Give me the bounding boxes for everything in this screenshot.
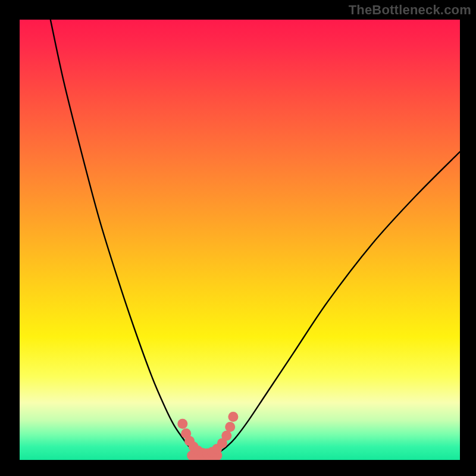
plot-area: [20, 20, 460, 460]
right-curve: [218, 152, 460, 453]
marker-dot: [221, 431, 231, 441]
marker-dot: [228, 412, 238, 422]
watermark-text: TheBottleneck.com: [349, 2, 471, 18]
valley-markers: [177, 412, 238, 458]
chart-svg: [20, 20, 460, 460]
marker-dot: [225, 422, 235, 432]
left-curve: [51, 20, 196, 453]
chart-frame: TheBottleneck.com: [0, 0, 476, 476]
marker-dot: [177, 419, 187, 429]
